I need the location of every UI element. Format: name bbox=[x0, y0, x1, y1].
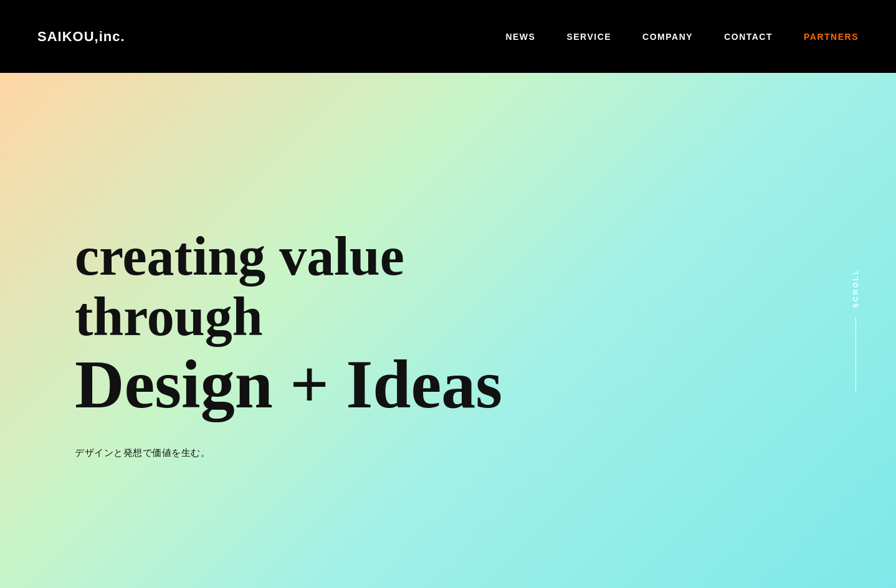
nav-partners[interactable]: PARTNERS bbox=[804, 32, 859, 42]
hero-tagline: デザインと発想で価値を生む。 bbox=[75, 447, 896, 459]
nav-company[interactable]: COMPANY bbox=[642, 32, 693, 42]
nav-contact[interactable]: CONTACT bbox=[724, 32, 773, 42]
nav-news[interactable]: NEWS bbox=[505, 32, 535, 42]
hero-section: creating value through Design + Ideas デザ… bbox=[0, 73, 896, 588]
scroll-indicator: SCROLL bbox=[815, 73, 896, 588]
hero-heading-line3: Design + Ideas bbox=[75, 347, 896, 422]
hero-heading-line1: creating value bbox=[75, 227, 896, 287]
main-nav: NEWS SERVICE COMPANY CONTACT PARTNERS bbox=[505, 32, 859, 42]
hero-heading: creating value through Design + Ideas bbox=[75, 227, 896, 423]
scroll-line bbox=[855, 318, 856, 392]
nav-service[interactable]: SERVICE bbox=[566, 32, 611, 42]
site-header: SAIKOU,inc. NEWS SERVICE COMPANY CONTACT… bbox=[0, 0, 896, 73]
scroll-label: SCROLL bbox=[852, 268, 859, 308]
hero-heading-line2: through bbox=[75, 287, 896, 348]
site-logo[interactable]: SAIKOU,inc. bbox=[37, 29, 125, 45]
